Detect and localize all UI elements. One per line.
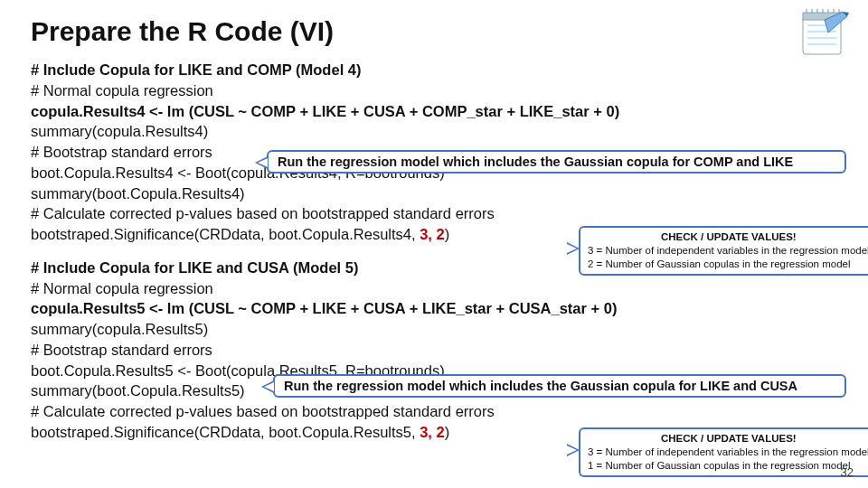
code-text: bootstraped.Significance(CRDdata, boot.C… [31, 424, 420, 440]
callout-text: Run the regression model which includes … [284, 379, 797, 393]
callout-line: 2 = Number of Gaussian copulas in the re… [588, 258, 868, 270]
code-text: ) [445, 424, 450, 440]
callout-tail-icon [261, 380, 274, 393]
callout-header: CHECK / UPDATE VALUES! [588, 432, 868, 445]
code-text: ) [445, 226, 450, 242]
code-line: # Calculate corrected p-values based on … [31, 203, 837, 224]
code-line: copula.Results4 <- lm (CUSL ~ COMP + LIK… [31, 101, 837, 122]
slide: Prepare the R Code (VI) # Include Copula [0, 0, 868, 488]
callout-line: 3 = Number of independent variables in t… [588, 244, 868, 257]
code-line: # Calculate corrected p-values based on … [31, 401, 837, 422]
callout-text: Run the regression model which includes … [278, 155, 793, 169]
code-line: copula.Results5 <- lm (CUSL ~ COMP + LIK… [31, 298, 837, 319]
callout-check-model4: CHECK / UPDATE VALUES! 3 = Number of ind… [579, 226, 868, 276]
callout-run-model4: Run the regression model which includes … [267, 150, 846, 174]
callout-header: CHECK / UPDATE VALUES! [588, 230, 868, 243]
callout-run-model5: Run the regression model which includes … [273, 374, 846, 398]
code-line: summary(copula.Results5) [31, 319, 837, 340]
callout-tail-icon [567, 242, 580, 255]
code-line: # Include Copula for LIKE and COMP (Mode… [31, 60, 837, 80]
code-line: # Normal copula regression [31, 278, 837, 299]
code-line: # Normal copula regression [31, 80, 837, 101]
page-title: Prepare the R Code (VI) [31, 16, 837, 47]
callout-tail-icon [567, 444, 580, 456]
callout-line: 3 = Number of independent variables in t… [588, 446, 868, 458]
code-line: summary(boot.Copula.Results4) [31, 183, 837, 204]
code-values: 3, 2 [420, 226, 445, 242]
page-number: 32 [841, 465, 854, 479]
notebook-icon [797, 7, 850, 60]
callout-line: 1 = Number of Gaussian copulas in the re… [588, 459, 868, 472]
code-values: 3, 2 [420, 424, 445, 440]
code-line: # Bootstrap standard errors [31, 340, 837, 361]
code-block-model5: # Include Copula for LIKE and CUSA (Mode… [31, 258, 837, 443]
code-line: summary(copula.Results4) [31, 121, 837, 142]
callout-tail-icon [255, 156, 268, 169]
code-text: bootstraped.Significance(CRDdata, boot.C… [31, 226, 420, 242]
callout-check-model5: CHECK / UPDATE VALUES! 3 = Number of ind… [579, 427, 868, 477]
